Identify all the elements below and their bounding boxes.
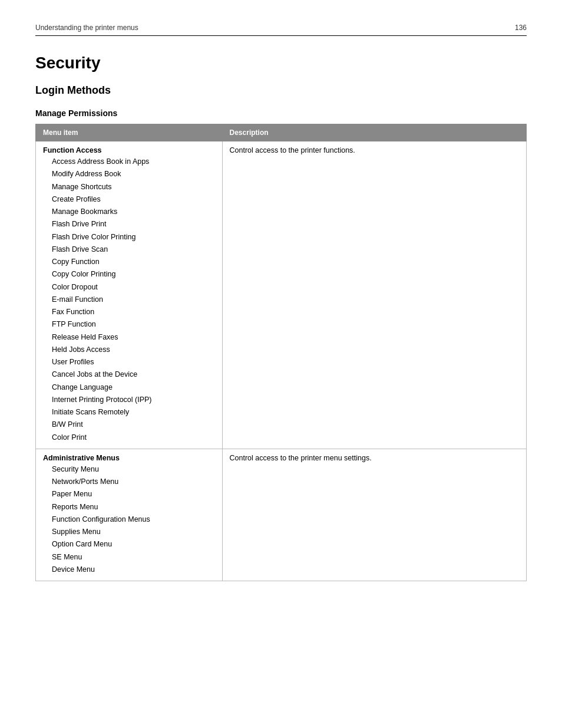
page-title: Security bbox=[35, 54, 527, 73]
menu-sub-item: Flash Drive Print bbox=[43, 218, 215, 230]
table-row: Function AccessAccess Address Book in Ap… bbox=[36, 141, 527, 449]
menu-sub-item: Modify Address Book bbox=[43, 168, 215, 180]
menu-sub-item: Internet Printing Protocol (IPP) bbox=[43, 394, 215, 406]
menu-sub-item: Color Dropout bbox=[43, 281, 215, 294]
description-cell: Control access to the printer menu setti… bbox=[222, 449, 526, 581]
menu-sub-item: Change Language bbox=[43, 381, 215, 394]
menu-sub-item: Initiate Scans Remotely bbox=[43, 406, 215, 419]
menu-sub-item: Device Menu bbox=[43, 564, 215, 576]
table-header-row: Menu item Description bbox=[36, 124, 527, 141]
header-title: Understanding the printer menus bbox=[35, 24, 138, 32]
menu-sub-item: Color Print bbox=[43, 431, 215, 444]
menu-sub-item: Function Configuration Menus bbox=[43, 513, 215, 526]
description-text: Control access to the printer menu setti… bbox=[230, 454, 372, 462]
menu-sub-item: FTP Function bbox=[43, 318, 215, 331]
menu-sub-item: User Profiles bbox=[43, 356, 215, 368]
header-bar: Understanding the printer menus 136 bbox=[35, 24, 527, 36]
col-menu-item-header: Menu item bbox=[36, 124, 223, 141]
section-title: Login Methods bbox=[35, 84, 527, 97]
menu-group-label: Function Access bbox=[43, 146, 215, 154]
menu-group-label: Administrative Menus bbox=[43, 454, 215, 462]
menu-sub-item: Copy Function bbox=[43, 256, 215, 268]
page: Understanding the printer menus 136 Secu… bbox=[0, 0, 562, 728]
menu-sub-item: Paper Menu bbox=[43, 488, 215, 500]
menu-sub-item: Network/Ports Menu bbox=[43, 476, 215, 488]
menu-sub-item: Flash Drive Scan bbox=[43, 243, 215, 256]
menu-sub-item: E-mail Function bbox=[43, 294, 215, 306]
menu-sub-item: Held Jobs Access bbox=[43, 344, 215, 356]
menu-sub-item: Release Held Faxes bbox=[43, 331, 215, 344]
menu-item-cell: Function AccessAccess Address Book in Ap… bbox=[36, 141, 223, 449]
menu-sub-item: Supplies Menu bbox=[43, 526, 215, 538]
menu-sub-item: Flash Drive Color Printing bbox=[43, 231, 215, 243]
description-text: Control access to the printer functions. bbox=[230, 146, 355, 154]
menu-sub-item: B/W Print bbox=[43, 419, 215, 431]
menu-sub-item: Reports Menu bbox=[43, 501, 215, 513]
menu-sub-item: Create Profiles bbox=[43, 193, 215, 206]
menu-sub-item: Fax Function bbox=[43, 306, 215, 318]
header-page-number: 136 bbox=[515, 24, 527, 32]
menu-sub-item: Security Menu bbox=[43, 463, 215, 476]
menu-sub-item: Cancel Jobs at the Device bbox=[43, 368, 215, 381]
permissions-table: Menu item Description Function AccessAcc… bbox=[35, 124, 527, 581]
description-cell: Control access to the printer functions. bbox=[222, 141, 526, 449]
menu-sub-item: Option Card Menu bbox=[43, 538, 215, 551]
table-row: Administrative MenusSecurity MenuNetwork… bbox=[36, 449, 527, 581]
menu-sub-item: Manage Shortcuts bbox=[43, 181, 215, 193]
menu-sub-item: SE Menu bbox=[43, 551, 215, 564]
subsection-title: Manage Permissions bbox=[35, 108, 527, 118]
menu-sub-item: Copy Color Printing bbox=[43, 268, 215, 281]
menu-sub-item: Manage Bookmarks bbox=[43, 206, 215, 218]
col-description-header: Description bbox=[222, 124, 526, 141]
menu-sub-item: Access Address Book in Apps bbox=[43, 156, 215, 168]
menu-item-cell: Administrative MenusSecurity MenuNetwork… bbox=[36, 449, 223, 581]
